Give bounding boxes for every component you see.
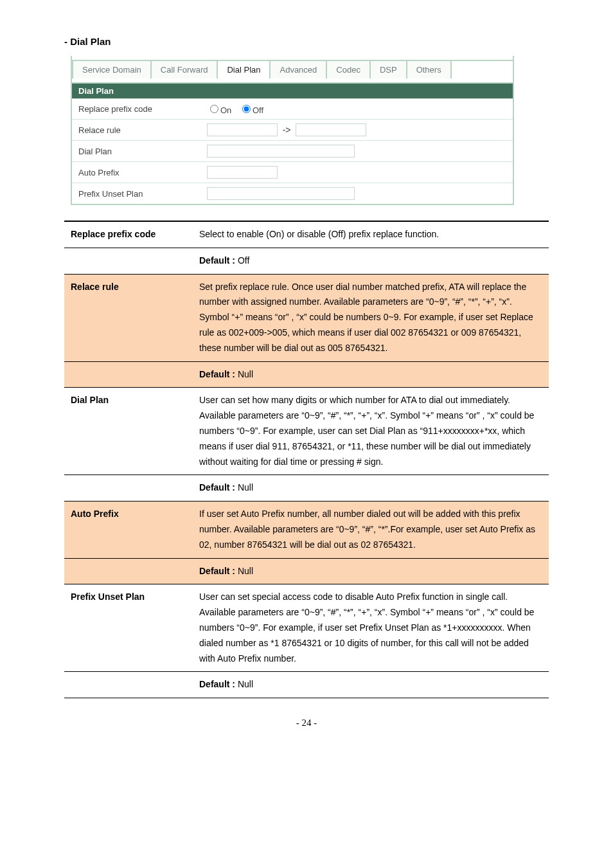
radio-off[interactable]: [242, 105, 251, 113]
default-value: Null: [238, 369, 253, 379]
default-label: Default :: [199, 255, 235, 266]
desc-body-replace-prefix-code: Select to enable (On) or disable (Off) p…: [193, 221, 549, 248]
default-label: Default :: [199, 679, 235, 689]
desc-key-relace-rule: Relace rule: [64, 274, 193, 361]
page-footer: - 24 -: [64, 718, 549, 728]
desc-body-dial-plan: User can set how many digits or which nu…: [193, 388, 549, 475]
radio-off-label: Off: [253, 105, 263, 115]
tab-codec[interactable]: Codec: [327, 61, 371, 78]
desc-body-relace-rule: Set prefix replace rule. Once user dial …: [193, 274, 549, 361]
desc-key-dial-plan: Dial Plan: [64, 388, 193, 475]
label-replace-prefix-code: Replace prefix code: [71, 99, 200, 120]
radio-on-label: On: [220, 105, 231, 115]
default-value: Null: [238, 482, 253, 493]
radio-on[interactable]: [210, 105, 218, 113]
input-relace-rule-to[interactable]: [296, 123, 366, 136]
section-title: Dial Plan: [71, 83, 513, 99]
desc-body-prefix-unset-plan: User can set special access code to disa…: [193, 584, 549, 672]
input-auto-prefix[interactable]: [207, 166, 278, 179]
arrow-label: ->: [283, 125, 291, 135]
desc-key-auto-prefix: Auto Prefix: [64, 502, 193, 558]
page-heading: - Dial Plan: [64, 36, 549, 47]
description-table: Replace prefix code Select to enable (On…: [64, 221, 549, 698]
default-label: Default :: [199, 482, 235, 493]
tab-others[interactable]: Others: [407, 61, 452, 78]
tab-advanced[interactable]: Advanced: [271, 61, 327, 78]
default-value: Null: [238, 566, 253, 576]
tab-dial-plan[interactable]: Dial Plan: [218, 61, 271, 78]
label-prefix-unset-plan: Prefix Unset Plan: [71, 183, 200, 205]
tab-dsp[interactable]: DSP: [371, 61, 407, 78]
desc-body-auto-prefix: If user set Auto Prefix number, all numb…: [193, 502, 549, 558]
embedded-ui-panel: Service Domain Call Forward Dial Plan Ad…: [71, 56, 514, 205]
tabs-bar: Service Domain Call Forward Dial Plan Ad…: [72, 60, 513, 78]
default-value: Off: [238, 255, 249, 266]
tab-call-forward[interactable]: Call Forward: [152, 61, 218, 78]
default-value: Null: [238, 679, 253, 689]
radio-on-wrap[interactable]: On: [207, 105, 231, 115]
tab-service-domain[interactable]: Service Domain: [73, 61, 152, 78]
label-auto-prefix: Auto Prefix: [71, 162, 200, 183]
input-relace-rule-from[interactable]: [207, 123, 278, 136]
radio-off-wrap[interactable]: Off: [239, 105, 263, 115]
input-prefix-unset-plan[interactable]: [207, 187, 355, 200]
default-label: Default :: [199, 566, 235, 576]
label-dial-plan: Dial Plan: [71, 141, 200, 162]
desc-key-prefix-unset-plan: Prefix Unset Plan: [64, 584, 193, 672]
default-label: Default :: [199, 369, 235, 379]
input-dial-plan[interactable]: [207, 145, 355, 158]
desc-key-replace-prefix-code: Replace prefix code: [64, 221, 193, 248]
label-relace-rule: Relace rule: [71, 120, 200, 141]
